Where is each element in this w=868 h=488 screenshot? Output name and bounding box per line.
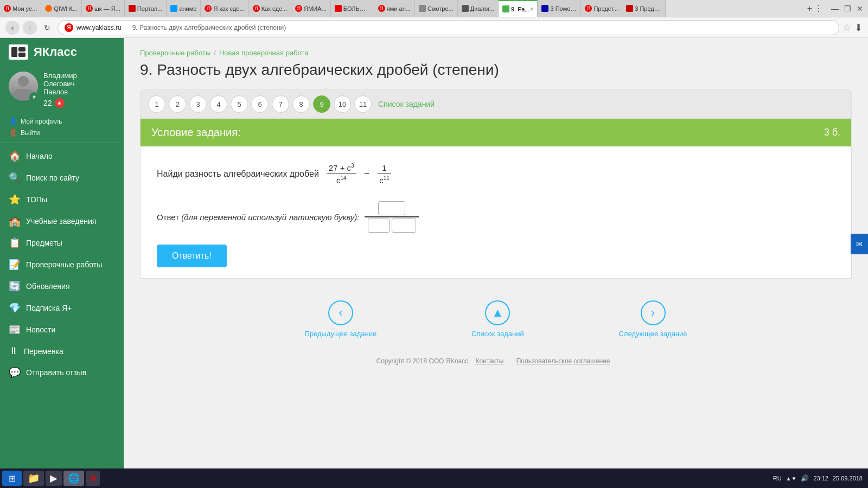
tab-youtube[interactable]: БОЛЬШ... — [331, 0, 374, 17]
updates-icon: 🔄 — [9, 280, 21, 292]
download-icon[interactable]: ⬇ — [854, 22, 863, 34]
sidebar-item-tops[interactable]: ⭐ ТОПы — [0, 189, 124, 210]
answer-denominator-input-1[interactable] — [368, 219, 390, 233]
logout-link[interactable]: 🚪 Выйти — [9, 127, 115, 138]
answer-label: Ответ (для переменной используй латинску… — [157, 213, 359, 222]
agreement-link[interactable]: Пользовательское соглашение — [516, 357, 610, 365]
taskbar-date: 25.09.2018 — [833, 475, 863, 481]
logout-icon: 🚪 — [9, 129, 17, 137]
tab-shk[interactable]: Я шк — Я... — [82, 0, 125, 17]
frac1-numerator: 27 + c3 — [327, 163, 356, 174]
breadcrumb-separator: / — [214, 49, 216, 57]
next-task-label: Следующее задание — [618, 330, 687, 338]
tops-icon: ⭐ — [9, 194, 21, 206]
bookmark-icon[interactable]: ☆ — [843, 22, 851, 34]
task-list-link[interactable]: Список заданий — [378, 100, 435, 108]
task-tab-2[interactable]: 2 — [169, 95, 186, 113]
tab-kaksde1[interactable]: Я Я как сде... — [201, 0, 248, 17]
taskbar-media[interactable]: ▶ — [46, 471, 62, 486]
tab-predst1[interactable]: Я Предст... — [581, 0, 622, 17]
answer-section: Ответ (для переменной используй латинску… — [157, 201, 835, 233]
sidebar-item-schools[interactable]: 🏫 Учебные заведения — [0, 210, 124, 232]
page-title: 9. Разность двух алгебраических дробей (… — [140, 61, 852, 79]
sidebar-item-news[interactable]: 📰 Новости — [0, 319, 124, 341]
ya-favicon: Я — [65, 23, 73, 32]
task-tab-8[interactable]: 8 — [292, 95, 310, 113]
back-button[interactable]: ‹ — [5, 21, 20, 35]
task-tab-1[interactable]: 1 — [148, 95, 165, 113]
task-tab-5[interactable]: 5 — [231, 95, 248, 113]
tab-yamia[interactable]: Я ЯМИА... — [291, 0, 331, 17]
answer-denominator-input-2[interactable] — [392, 219, 416, 233]
start-button[interactable]: ⊞ — [2, 471, 22, 486]
subjects-icon: 📋 — [9, 237, 21, 249]
task-tab-3[interactable]: 3 — [189, 95, 207, 113]
tab-active[interactable]: 9. Ра... × — [499, 0, 538, 17]
forward-button[interactable]: › — [23, 21, 37, 35]
profile-icon: 👤 — [9, 117, 17, 125]
close-tab-icon[interactable]: × — [529, 5, 533, 13]
tab-pomogu[interactable]: 3 Помогу... — [538, 0, 581, 17]
next-task-icon: › — [641, 300, 666, 325]
tab-portal[interactable]: Портал... — [125, 0, 167, 17]
breadcrumb-tests-link[interactable]: Проверочные работы — [140, 49, 210, 57]
bottom-nav: ‹ Предыдущее задание ▲ Список заданий › … — [235, 290, 756, 349]
task-tab-6[interactable]: 6 — [251, 95, 269, 113]
new-tab-icon[interactable]: + — [807, 4, 812, 14]
footer: Copyright © 2018 ООО ЯКласс Контакты Пол… — [235, 349, 756, 374]
tab-qiwi[interactable]: QIWI К... — [41, 0, 82, 17]
task-list-nav[interactable]: ▲ Список заданий — [471, 300, 524, 338]
answer-numerator-input[interactable] — [378, 201, 405, 215]
sidebar-item-home[interactable]: 🏠 Начало — [0, 145, 124, 167]
window-close-icon[interactable]: ✕ — [855, 4, 865, 13]
answer-fraction-inputs — [365, 201, 419, 233]
sidebar-item-break[interactable]: ⏸ Переменка — [0, 341, 124, 362]
next-task-nav[interactable]: › Следующее задание — [618, 300, 687, 338]
taskbar-browser[interactable]: 🌐 — [63, 471, 84, 486]
task-tab-9[interactable]: 9 — [313, 95, 330, 113]
breadcrumb-current-link[interactable]: Новая проверочная работа — [219, 49, 309, 57]
taskbar-yandex[interactable]: Я — [86, 471, 100, 486]
tab-kaksde2[interactable]: Я Как сде... — [249, 0, 292, 17]
task-tab-10[interactable]: 10 — [334, 95, 351, 113]
tab-dialog[interactable]: Диалог... — [458, 0, 499, 17]
sidebar-item-updates[interactable]: 🔄 Обновления — [0, 275, 124, 297]
tab-predst2[interactable]: 3 Предст... — [622, 0, 666, 17]
frac2-denominator: c11 — [377, 174, 392, 185]
tab-smotre[interactable]: Смотре... — [415, 0, 458, 17]
taskbar-explorer[interactable]: 📁 — [23, 471, 44, 486]
window-minimize-icon[interactable]: — — [829, 4, 840, 13]
svg-rect-3 — [18, 53, 25, 57]
score-star-icon: ★ — [55, 98, 65, 108]
taskbar-time: 23:12 — [813, 475, 828, 481]
sidebar-item-subjects[interactable]: 📋 Предметы — [0, 232, 124, 254]
task-tab-4[interactable]: 4 — [210, 95, 227, 113]
sidebar-item-subscribe[interactable]: 💎 Подписка Я+ — [0, 297, 124, 319]
url-sep — [124, 23, 130, 32]
refresh-button[interactable]: ↻ — [40, 21, 54, 35]
address-bar[interactable]: Я www.yaklass.ru 9. Разность двух алгебр… — [58, 20, 839, 35]
feedback-icon: 💬 — [9, 367, 21, 378]
sidebar-item-feedback[interactable]: 💬 Отправить отзыв — [0, 362, 124, 383]
subscribe-icon: 💎 — [9, 302, 21, 314]
user-section: ★ Владимир Олегович Павлов 22 ★ — [0, 66, 124, 113]
task-tabs-bar: 1 2 3 4 5 6 7 8 9 10 11 Список заданий — [140, 89, 852, 118]
sidebar-item-search[interactable]: 🔍 Поиск по сайту — [0, 167, 124, 189]
window-restore-icon[interactable]: ❐ — [843, 4, 853, 13]
sidebar-item-tests[interactable]: 📝 Проверочные работы — [0, 254, 124, 275]
tab-myye[interactable]: Я Мои уе... — [0, 0, 41, 17]
tab-anime[interactable]: аниме — [167, 0, 201, 17]
task-tab-7[interactable]: 7 — [272, 95, 289, 113]
content-area: Проверочные работы / Новая проверочная р… — [124, 38, 868, 468]
tab-menu-icon[interactable]: ⋮ — [814, 3, 823, 14]
task-tab-11[interactable]: 11 — [354, 95, 372, 113]
tab-yamian[interactable]: Я ями ан... — [374, 0, 415, 17]
frac1-denominator: c14 — [334, 174, 349, 185]
break-icon: ⏸ — [9, 345, 18, 357]
prev-task-nav[interactable]: ‹ Предыдущее задание — [304, 300, 376, 338]
profile-link[interactable]: 👤 Мой профиль — [9, 115, 115, 127]
prev-task-icon: ‹ — [328, 300, 353, 325]
contacts-link[interactable]: Контакты — [475, 357, 503, 365]
mail-side-button[interactable]: ✉ — [851, 234, 868, 254]
submit-button[interactable]: Ответить! — [157, 245, 227, 267]
